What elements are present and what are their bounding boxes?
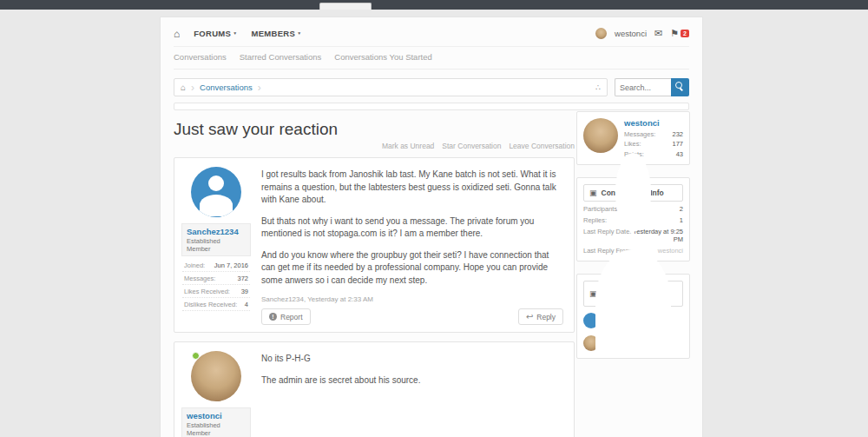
nav-right: westonci ✉ ⚑ 2	[595, 28, 689, 39]
visitor-name-link[interactable]: westonci	[624, 118, 683, 128]
author-stats: Joined:Jun 7, 2016 Messages:372 Likes Re…	[181, 259, 251, 311]
message-body: I got results back from Janoshik lab tas…	[251, 165, 567, 325]
stat-row: Joined:Jun 7, 2016	[182, 259, 250, 272]
visitor-stat-row: Messages:232	[624, 130, 683, 138]
notice-strip	[174, 103, 689, 110]
author-title: Established Member	[187, 421, 246, 437]
stat-value: 43	[676, 150, 683, 158]
subnav-conversations-you-started[interactable]: Conversations You Started	[334, 52, 432, 62]
stat-label: Messages:	[184, 275, 215, 282]
subnav-starred-conversations[interactable]: Starred Conversations	[240, 52, 322, 62]
breadcrumb-home-icon[interactable]: ⌂	[181, 83, 186, 92]
stat-value: 4	[245, 301, 248, 308]
search-button[interactable]	[671, 78, 689, 96]
conversation-actions: Mark as Unread Star Conversation Leave C…	[174, 142, 575, 150]
chevron-down-icon: ▼	[233, 30, 237, 36]
search-icon	[675, 82, 684, 90]
conversation-participants-block: ▣ Conversation Participants Sanchez1234 …	[576, 274, 690, 359]
visitor-info: westonci Messages:232 Likes:177 Points:4…	[624, 118, 683, 158]
stat-value: Jun 7, 2016	[214, 262, 248, 269]
message-paragraph: I got results back from Janoshik lab tas…	[261, 169, 563, 207]
sidebar: westonci Messages:232 Likes:177 Points:4…	[576, 111, 690, 359]
message-paragraph: No its P-H-G	[261, 353, 563, 366]
alerts-button[interactable]: ⚑ 2	[670, 28, 689, 39]
stat-label: Likes:	[624, 140, 641, 148]
search-input[interactable]	[615, 78, 671, 96]
online-status-dot	[192, 352, 200, 360]
visitor-stat-row: Likes:177	[624, 140, 683, 148]
message-paragraph: And do you know where the groupbuy got t…	[261, 249, 563, 288]
nav-forums-label: FORUMS	[194, 29, 231, 38]
message-author-block: Sanchez1234 Established Member Joined:Ju…	[181, 165, 251, 325]
westonci-avatar[interactable]	[191, 351, 241, 401]
sanchez1234-avatar[interactable]	[191, 167, 241, 217]
info-label: Participants:	[583, 205, 619, 213]
sanchez1234-avatar	[583, 313, 599, 328]
sub-navbar: Conversations Starred Conversations Conv…	[174, 47, 689, 70]
breadcrumb-separator: ›	[191, 82, 194, 94]
westonci-avatar[interactable]	[583, 118, 618, 153]
author-name-box: westonci Established Member	[181, 407, 251, 437]
author-name-link[interactable]: Sanchez1234	[187, 227, 246, 236]
breadcrumb-row: ⌂ › Conversations › ∴	[174, 78, 689, 96]
home-icon[interactable]: ⌂	[174, 28, 180, 40]
info-value: 2	[680, 205, 683, 213]
breadcrumb-conversations-link[interactable]: Conversations	[200, 83, 253, 92]
stat-label: Joined:	[184, 262, 205, 269]
stat-label: Likes Received:	[184, 288, 230, 295]
info-label: Replies:	[583, 216, 607, 224]
search-box	[615, 78, 689, 96]
nav-members-label: MEMBERS	[251, 29, 295, 38]
stat-label: Dislikes Received:	[184, 301, 237, 308]
stat-value: 39	[241, 288, 248, 295]
leave-conversation-link[interactable]: Leave Conversation	[509, 142, 575, 150]
inbox-envelope-icon[interactable]: ✉	[654, 28, 662, 39]
stat-row: Dislikes Received:4	[182, 298, 250, 311]
stat-value: 372	[237, 275, 248, 282]
stat-row: Messages:372	[182, 272, 250, 285]
message-timestamp-link[interactable]: Sanchez1234, Yesterday at 2:33 AM	[261, 295, 563, 303]
breadcrumb-separator: ›	[258, 82, 261, 94]
report-icon: !	[269, 313, 277, 321]
report-button[interactable]: !Report	[261, 308, 311, 325]
message-card: Sanchez1234 Established Member Joined:Ju…	[174, 157, 575, 333]
main-navbar: ⌂ FORUMS▼ MEMBERS▼ westonci ✉ ⚑ 2	[174, 21, 689, 47]
alerts-flag-icon: ⚑	[670, 28, 679, 39]
subnav-conversations[interactable]: Conversations	[174, 52, 227, 62]
nav-members[interactable]: MEMBERS▼	[251, 29, 301, 38]
jump-to-navigation-icon[interactable]: ∴	[595, 83, 601, 92]
topbar-highlight	[319, 3, 372, 10]
message-card: westonci Established Member Joined:Jan 2…	[174, 341, 575, 437]
mark-as-unread-link[interactable]: Mark as Unread	[382, 142, 434, 150]
star-conversation-link[interactable]: Star Conversation	[442, 142, 501, 150]
stat-label: Messages:	[624, 130, 655, 138]
author-name-link[interactable]: westonci	[187, 411, 246, 420]
page: ⌂ FORUMS▼ MEMBERS▼ westonci ✉ ⚑ 2 Conver…	[0, 0, 868, 437]
author-name-box: Sanchez1234 Established Member	[181, 223, 251, 256]
report-label: Report	[280, 313, 303, 321]
account-menu[interactable]: westonci	[615, 29, 647, 38]
info-label: Last Reply Date:	[583, 228, 631, 243]
collapse-block-icon: ▣	[589, 189, 597, 197]
breadcrumb: ⌂ › Conversations › ∴	[174, 78, 608, 96]
stat-value: 177	[672, 140, 683, 148]
message-paragraph: The admin are is secret about his source…	[261, 374, 563, 387]
stat-row: Likes Received:39	[182, 285, 250, 298]
reply-label: Reply	[536, 313, 556, 321]
message-footer: !Report ↩Reply	[261, 308, 563, 325]
info-value: westonci	[658, 247, 683, 255]
nav-left: ⌂ FORUMS▼ MEMBERS▼	[174, 28, 301, 40]
message-author-block: westonci Established Member Joined:Jan 2…	[181, 349, 251, 437]
chevron-down-icon: ▼	[297, 30, 301, 36]
author-title: Established Member	[187, 237, 246, 253]
content-container: ⌂ FORUMS▼ MEMBERS▼ westonci ✉ ⚑ 2 Conver…	[161, 17, 702, 437]
stat-value: 232	[672, 130, 683, 138]
participant-item[interactable]: Sanchez1234 Established Member	[583, 313, 683, 329]
user-avatar[interactable]	[595, 28, 607, 39]
nav-forums[interactable]: FORUMS▼	[194, 29, 237, 38]
message-paragraph: But thats not why i want to send you a m…	[261, 215, 563, 241]
reply-button[interactable]: ↩Reply	[518, 308, 563, 325]
alerts-count-badge: 2	[681, 30, 689, 37]
top-bar	[0, 0, 868, 10]
messages-column: Mark as Unread Star Conversation Leave C…	[174, 142, 575, 437]
